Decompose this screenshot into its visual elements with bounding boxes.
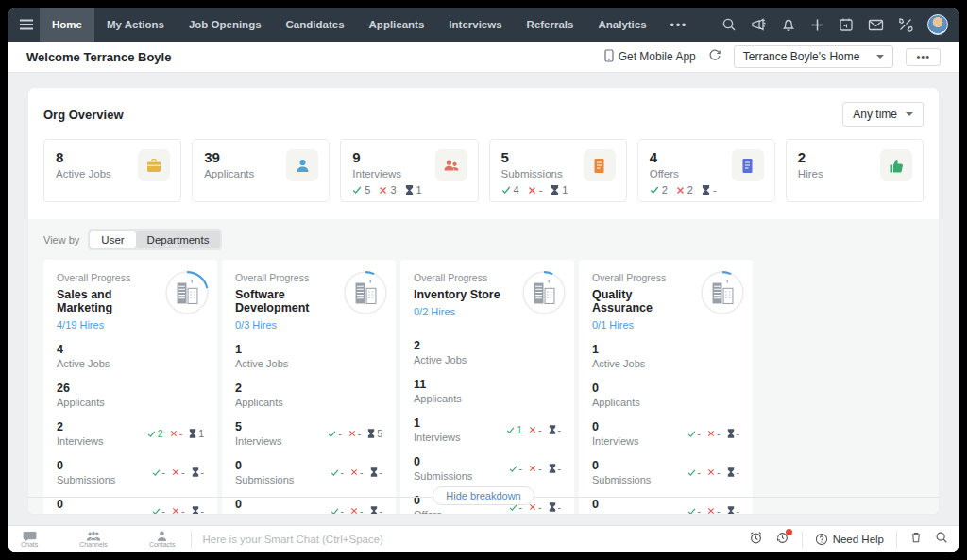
stat-label: Submissions xyxy=(57,474,115,485)
overall-progress-label: Overall Progress xyxy=(414,272,514,283)
stat-card-interviews[interactable]: 9 Interviews 5 3 1 xyxy=(340,139,478,202)
nav-more-icon[interactable]: ••• xyxy=(659,18,699,32)
stat-label: Submissions xyxy=(592,474,651,485)
chats-button[interactable]: Chats xyxy=(21,531,38,548)
approved-check-icon xyxy=(687,430,696,438)
stat-substats: - - 5 xyxy=(328,428,382,439)
department-cards-row: Overall Progress Sales and Marketing 4/1… xyxy=(43,260,924,514)
department-name: Software Development xyxy=(235,288,335,314)
hide-breakdown-button[interactable]: Hide breakdown xyxy=(433,486,534,505)
home-selector-dropdown[interactable]: Terrance Boyle's Home xyxy=(734,45,894,68)
approved-check-icon xyxy=(152,507,161,515)
mail-icon[interactable] xyxy=(868,18,884,32)
history-icon[interactable] xyxy=(775,531,789,549)
hires-link[interactable]: 0/1 Hires xyxy=(592,319,692,331)
overall-progress-label: Overall Progress xyxy=(235,272,335,283)
stats-row: 8 Active Jobs 39 Applicants 9 Interviews… xyxy=(28,127,939,202)
divider xyxy=(896,531,897,548)
stat-value: 0 xyxy=(235,459,294,472)
department-card-software-development[interactable]: Overall Progress Software Development 0/… xyxy=(222,260,396,514)
channels-button[interactable]: Channels xyxy=(79,531,108,548)
time-filter-dropdown[interactable]: Any time xyxy=(842,102,924,127)
department-card-sales-and-marketing[interactable]: Overall Progress Sales and Marketing 4/1… xyxy=(43,260,217,514)
header-more-button[interactable]: ••• xyxy=(906,48,941,66)
tab-candidates[interactable]: Candidates xyxy=(274,8,357,42)
approved-check-icon xyxy=(650,185,659,195)
megaphone-icon[interactable] xyxy=(751,17,767,32)
welcome-bar: Welcome Terrance Boyle Get Mobile App Te… xyxy=(8,42,959,73)
search-icon[interactable] xyxy=(721,17,737,32)
question-circle-icon xyxy=(815,533,828,546)
tab-interviews[interactable]: Interviews xyxy=(436,8,514,42)
stat-card-active-jobs[interactable]: 8 Active Jobs xyxy=(43,139,181,202)
pending-hourglass-icon xyxy=(367,429,375,438)
thumbs-up-icon xyxy=(880,149,912,181)
rejected-cross-icon xyxy=(529,426,536,433)
stat-label: Applicants xyxy=(592,397,640,408)
stat-label: Applicants xyxy=(57,397,105,408)
stat-value: 11 xyxy=(414,378,462,391)
pending-hourglass-icon xyxy=(370,467,378,477)
pending-hourglass-icon xyxy=(727,467,735,477)
stat-label: Interviews xyxy=(235,435,282,447)
refresh-icon[interactable] xyxy=(708,48,721,65)
department-progress-icon xyxy=(521,270,567,319)
contacts-button[interactable]: Contacts xyxy=(149,531,176,548)
chat-search-icon[interactable] xyxy=(935,531,948,548)
department-name: Sales and Marketing xyxy=(57,288,157,314)
smart-chat-input[interactable] xyxy=(192,534,739,545)
reminder-clock-icon[interactable] xyxy=(749,531,763,549)
tab-applicants[interactable]: Applicants xyxy=(357,8,437,42)
department-card-quality-assurance[interactable]: Overall Progress Quality Assurance 0/1 H… xyxy=(579,260,753,514)
view-by-label: View by xyxy=(43,234,79,246)
pending-hourglass-icon xyxy=(405,185,414,195)
stat-card-applicants[interactable]: 39 Applicants xyxy=(192,139,330,202)
stat-substats: - - - xyxy=(687,467,740,478)
view-by-user-tab[interactable]: User xyxy=(90,231,135,248)
stat-card-offers[interactable]: 4 Offers 2 2 - xyxy=(637,139,775,202)
stat-label: Submissions xyxy=(235,474,294,485)
tools-icon[interactable] xyxy=(898,17,913,32)
tab-job-openings[interactable]: Job Openings xyxy=(177,8,274,42)
rejected-cross-icon xyxy=(172,507,179,514)
rejected-cross-icon xyxy=(676,186,685,195)
hires-link[interactable]: 4/19 Hires xyxy=(57,319,157,331)
stat-label: Active Jobs xyxy=(414,354,467,365)
view-by-departments-tab[interactable]: Departments xyxy=(136,231,221,248)
stat-card-submissions[interactable]: 5 Submissions 4 - 1 xyxy=(489,139,627,202)
tab-home[interactable]: Home xyxy=(40,8,94,42)
pending-hourglass-icon xyxy=(192,506,199,514)
department-progress-icon xyxy=(343,270,388,319)
view-by-toggle: User Departments xyxy=(88,229,222,250)
approved-check-icon xyxy=(687,507,696,515)
tab-analytics[interactable]: Analytics xyxy=(585,8,658,42)
trash-icon[interactable] xyxy=(909,531,923,548)
pending-hourglass-icon xyxy=(549,425,556,434)
stat-substats: 2 2 - xyxy=(650,184,763,195)
stat-value: 0 xyxy=(414,455,472,468)
pending-hourglass-icon xyxy=(370,506,378,514)
app-window: Home My Actions Job Openings Candidates … xyxy=(8,8,959,552)
stat-label: Applicants xyxy=(414,393,462,404)
calendar-icon[interactable] xyxy=(839,17,854,32)
department-progress-icon xyxy=(700,270,745,319)
plus-icon[interactable] xyxy=(810,18,824,32)
stat-substats: 4 - 1 xyxy=(501,184,615,195)
divider xyxy=(802,531,803,548)
stat-substats: - - - xyxy=(152,467,205,478)
hires-link[interactable]: 0/3 Hires xyxy=(235,319,335,331)
user-avatar[interactable] xyxy=(927,14,948,35)
hires-link[interactable]: 0/2 Hires xyxy=(414,306,514,317)
pending-hourglass-icon xyxy=(551,185,559,195)
bell-icon[interactable] xyxy=(781,17,796,32)
get-mobile-app-button[interactable]: Get Mobile App xyxy=(604,49,696,65)
stat-value: 4 xyxy=(57,343,110,356)
department-name: Inventory Store xyxy=(414,288,514,301)
stat-card-hires[interactable]: 2 Hires xyxy=(786,139,924,202)
rejected-cross-icon xyxy=(350,507,358,514)
tab-my-actions[interactable]: My Actions xyxy=(94,8,177,42)
need-help-button[interactable]: Need Help xyxy=(815,533,884,546)
department-card-inventory-store[interactable]: Overall Progress Inventory Store 0/2 Hir… xyxy=(400,260,574,514)
tab-referrals[interactable]: Referrals xyxy=(515,8,586,42)
hamburger-menu-icon[interactable] xyxy=(13,8,40,42)
